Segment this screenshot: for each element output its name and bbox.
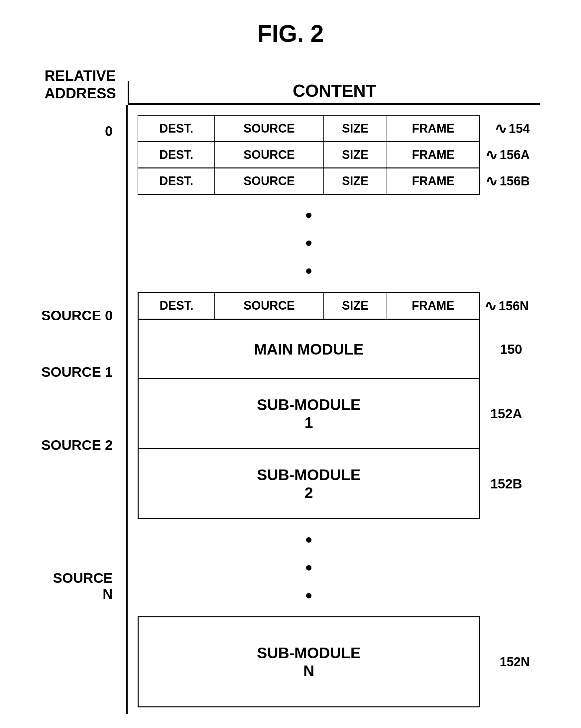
ref-154-label: 154 bbox=[509, 121, 530, 135]
addr-source1: SOURCE 1 bbox=[41, 364, 119, 380]
frame-cell: FRAME bbox=[387, 141, 480, 168]
dest-cell: DEST. bbox=[138, 293, 215, 319]
page: FIG. 2 RELATIVE ADDRESS CONTENT 0 SOURCE… bbox=[0, 0, 581, 728]
dest-cell: DEST. bbox=[138, 115, 215, 142]
ref-152b: 152B bbox=[490, 476, 522, 491]
addr-source0: SOURCE 0 bbox=[41, 308, 119, 323]
sub-module-n-wrapper: SUB-MODULEN 152N bbox=[137, 616, 480, 707]
sub-module-1-box: SUB-MODULE1 152A bbox=[138, 379, 479, 449]
source-cell: SOURCE bbox=[215, 115, 324, 142]
col-right-header: CONTENT bbox=[128, 81, 540, 105]
frame-row-154-wrapper: DEST. SOURCE SIZE FRAME ∿ 154 bbox=[137, 115, 480, 142]
size-cell: SIZE bbox=[324, 115, 387, 142]
grouped-section: DEST. SOURCE SIZE FRAME ∿ 156N bbox=[137, 292, 480, 519]
size-cell: SIZE bbox=[324, 168, 387, 194]
ref-156b: ∿ 156B bbox=[485, 174, 530, 188]
table-row: DEST. SOURCE SIZE FRAME bbox=[138, 293, 479, 319]
size-cell: SIZE bbox=[324, 141, 387, 168]
frame-row-156n-wrapper: DEST. SOURCE SIZE FRAME ∿ 156N bbox=[138, 293, 479, 319]
left-column: 0 SOURCE 0 SOURCE 1 SOURCE 2 SOURCE N bbox=[41, 105, 128, 714]
relative-address-header: RELATIVE ADDRESS bbox=[41, 67, 128, 105]
main-module-label: MAIN MODULE bbox=[254, 341, 363, 358]
ref-152a: 152A bbox=[490, 406, 522, 421]
content-header: CONTENT bbox=[129, 81, 540, 105]
ref-152n: 152N bbox=[500, 655, 530, 669]
ref-156a-label: 156A bbox=[500, 148, 530, 162]
frame-row-156a-wrapper: DEST. SOURCE SIZE FRAME ∿ 156A bbox=[137, 141, 480, 168]
source-cell: SOURCE bbox=[215, 168, 324, 194]
addr-source2: SOURCE 2 bbox=[41, 437, 119, 453]
dest-cell: DEST. bbox=[138, 168, 215, 194]
main-module-box: MAIN MODULE 150 bbox=[138, 319, 479, 379]
ref-156a: ∿ 156A bbox=[485, 148, 530, 162]
header-row: RELATIVE ADDRESS CONTENT bbox=[41, 67, 540, 105]
right-column: DEST. SOURCE SIZE FRAME ∿ 154 bbox=[128, 105, 540, 714]
addr-sourceN: SOURCE N bbox=[41, 570, 119, 602]
frame-table-156a: DEST. SOURCE SIZE FRAME bbox=[137, 141, 480, 168]
right-column-inner: DEST. SOURCE SIZE FRAME ∿ 154 bbox=[137, 112, 530, 707]
source-cell: SOURCE bbox=[215, 141, 324, 168]
ref-154: ∿ 154 bbox=[495, 121, 530, 135]
frame-cell: FRAME bbox=[387, 293, 479, 319]
size-cell: SIZE bbox=[324, 293, 387, 319]
ref-156n-label: 156N bbox=[499, 299, 529, 313]
ref-150: 150 bbox=[500, 342, 522, 357]
dots-lower: • • • bbox=[137, 519, 480, 616]
table-row: DEST. SOURCE SIZE FRAME bbox=[138, 168, 480, 194]
sub-module-n-box: SUB-MODULEN bbox=[137, 616, 480, 707]
frame-cell: FRAME bbox=[387, 168, 480, 194]
ref-156n: ∿ 156N bbox=[484, 299, 529, 313]
ref-152n-label: 152N bbox=[500, 655, 530, 669]
sub-module-2-box: SUB-MODULE2 152B bbox=[138, 449, 479, 518]
dest-cell: DEST. bbox=[138, 141, 215, 168]
dots-upper: • • • bbox=[137, 195, 480, 292]
main-layout: 0 SOURCE 0 SOURCE 1 SOURCE 2 SOURCE N DE… bbox=[41, 105, 540, 714]
frame-cell: FRAME bbox=[387, 115, 480, 142]
frame-table-154: DEST. SOURCE SIZE FRAME bbox=[137, 115, 480, 142]
frame-table-156n: DEST. SOURCE SIZE FRAME bbox=[138, 293, 479, 319]
ref-156b-label: 156B bbox=[500, 174, 530, 188]
table-row: DEST. SOURCE SIZE FRAME bbox=[138, 115, 480, 142]
source-cell: SOURCE bbox=[215, 293, 324, 319]
frame-row-156b-wrapper: DEST. SOURCE SIZE FRAME ∿ 156B bbox=[137, 167, 480, 195]
col-left-header: RELATIVE ADDRESS bbox=[41, 67, 128, 105]
figure-title: FIG. 2 bbox=[257, 20, 324, 47]
diagram-container: RELATIVE ADDRESS CONTENT 0 SOURCE 0 SOUR… bbox=[41, 67, 540, 728]
frame-table-156b: DEST. SOURCE SIZE FRAME bbox=[137, 167, 480, 195]
table-row: DEST. SOURCE SIZE FRAME bbox=[138, 141, 480, 168]
addr-zero: 0 bbox=[105, 123, 119, 139]
